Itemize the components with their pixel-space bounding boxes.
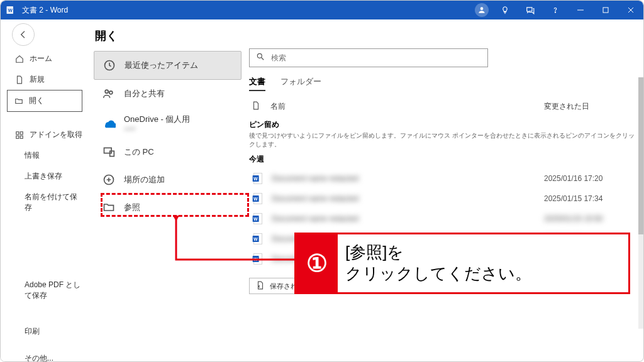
document-icon (14, 75, 25, 85)
file-name: Document name redacted (272, 234, 536, 243)
nav-label: ホーム (30, 53, 52, 64)
doc-icon (252, 101, 260, 112)
nav-info[interactable]: 情報 (1, 145, 89, 166)
file-row[interactable]: W Document name redacted 2025/01/16 17:2… (249, 168, 635, 189)
svg-rect-5 (603, 8, 608, 13)
file-name: Document name redacted (272, 214, 536, 223)
location-shared[interactable]: 自分と共有 (94, 80, 242, 107)
file-row[interactable]: W Document name redacted 2025/01/15 15:5… (249, 209, 635, 229)
word-doc-icon: W (252, 233, 264, 245)
word-doc-icon: W (252, 172, 264, 185)
tab-documents[interactable]: 文書 (249, 76, 265, 91)
nav-adobepdf[interactable]: Adobe PDF として保存 (1, 275, 89, 306)
file-name: Document name redacted (272, 174, 536, 183)
nav-other[interactable]: その他... (1, 348, 89, 362)
account-avatar[interactable] (475, 3, 489, 17)
svg-point-2 (480, 7, 484, 10)
svg-text:W: W (253, 237, 258, 241)
header-name[interactable]: 名前 (270, 101, 536, 112)
svg-text:W: W (253, 217, 258, 221)
file-date: 2025/01/16 17:20 (544, 174, 632, 183)
nav-open[interactable]: 開く (7, 90, 82, 112)
minimize-button[interactable] (568, 1, 593, 19)
svg-rect-8 (16, 131, 19, 134)
recover-icon (256, 281, 265, 291)
titlebar: W 文書 2 - Word (1, 1, 643, 19)
search-input[interactable] (271, 53, 481, 62)
file-row[interactable]: W Document name redacted 2025/01/15 17:3… (249, 189, 635, 209)
nav-label: 開く (29, 96, 44, 106)
word-doc-icon: W (252, 212, 264, 225)
word-doc-icon: W (252, 253, 264, 265)
lightbulb-icon[interactable] (492, 1, 518, 19)
file-date: 2025/01/14 15:18 (544, 255, 632, 263)
location-onedrive[interactable]: OneDrive - 個人用 user (94, 107, 242, 138)
onedrive-account: user (124, 125, 190, 132)
file-date: 2025/01/15 17:34 (544, 194, 632, 203)
locations-pane: 開く 最近使ったアイテム 自分と共有 OneDrive - 個人用 user こ… (89, 27, 249, 361)
recover-label: 保存されていない文書の回復 (270, 282, 360, 291)
location-recent[interactable]: 最近使ったアイテム (94, 51, 242, 80)
page-title: 開く (95, 28, 242, 43)
file-row[interactable]: W Document name redacted 2025/01/15 (249, 229, 635, 249)
backstage-nav: ホーム 新規 開く アドインを取得 情報 上書き保存 名前を付けて保存 Adob… (1, 19, 89, 361)
svg-rect-11 (20, 136, 23, 138)
pc-icon (101, 145, 116, 160)
tab-folders[interactable]: フォルダー (280, 76, 321, 91)
onedrive-icon (101, 116, 116, 131)
group-thisweek: 今週 (249, 154, 635, 165)
search-icon (256, 52, 265, 63)
pinned-hint: 後で見つけやすいようにファイルをピン留めします。ファイルにマウス ポインターを合… (249, 131, 635, 149)
home-icon (14, 54, 25, 64)
file-date: 2025/01/15 15:50 (544, 214, 632, 223)
nav-addins[interactable]: アドインを取得 (1, 124, 89, 145)
addins-icon (14, 130, 25, 140)
file-tabs: 文書 フォルダー (249, 76, 635, 91)
svg-line-19 (262, 58, 264, 60)
close-button[interactable] (618, 1, 643, 19)
scrollbar[interactable] (638, 77, 643, 329)
header-modified[interactable]: 変更された日 (544, 101, 632, 112)
location-label: この PC (124, 146, 154, 158)
back-button[interactable] (12, 23, 35, 46)
svg-text:W: W (253, 177, 258, 181)
nav-home[interactable]: ホーム (1, 48, 89, 69)
file-date: 2025/01/15 (544, 234, 632, 243)
word-app-icon: W (6, 4, 17, 16)
svg-point-18 (257, 53, 262, 58)
nav-label: アドインを取得 (30, 129, 82, 140)
location-label: 場所の追加 (124, 174, 165, 185)
word-doc-icon: W (252, 192, 264, 205)
files-pane: 文書 フォルダー 名前 変更された日 ピン留め 後で見つけやすいようにファイルを… (249, 27, 643, 361)
svg-rect-9 (20, 131, 23, 134)
location-browse[interactable]: 参照 (94, 194, 242, 221)
folder-icon (101, 200, 116, 215)
location-label: OneDrive - 個人用 (124, 114, 190, 125)
svg-point-13 (105, 90, 108, 93)
pinned-section: ピン留め 後で見つけやすいようにファイルをピン留めします。ファイルにマウス ポイ… (249, 119, 635, 149)
nav-print[interactable]: 印刷 (1, 321, 89, 342)
feedback-icon[interactable] (518, 1, 543, 19)
file-row[interactable]: W Document name redacted 2025/01/14 15:1… (249, 249, 635, 269)
recover-unsaved-button[interactable]: 保存されていない文書の回復 (249, 278, 367, 294)
folder-open-icon (14, 96, 24, 106)
window-title: 文書 2 - Word (22, 5, 68, 16)
location-addplace[interactable]: 場所の追加 (94, 166, 242, 194)
location-label: 参照 (124, 202, 140, 213)
svg-text:W: W (253, 257, 258, 261)
svg-text:W: W (253, 197, 258, 201)
scrollbar-thumb[interactable] (638, 77, 643, 234)
maximize-button[interactable] (593, 1, 618, 19)
help-icon[interactable] (543, 1, 568, 19)
search-box[interactable] (249, 48, 488, 67)
add-place-icon (101, 172, 116, 187)
nav-new[interactable]: 新規 (1, 69, 89, 90)
location-label: 最近使ったアイテム (125, 60, 198, 71)
location-thispc[interactable]: この PC (94, 138, 242, 166)
nav-saveas[interactable]: 名前を付けて保存 (1, 187, 89, 218)
clock-icon (102, 58, 117, 73)
nav-overwrite[interactable]: 上書き保存 (1, 166, 89, 187)
list-header: 名前 変更された日 (249, 97, 635, 117)
svg-point-14 (109, 91, 113, 94)
location-label: 自分と共有 (124, 88, 165, 99)
